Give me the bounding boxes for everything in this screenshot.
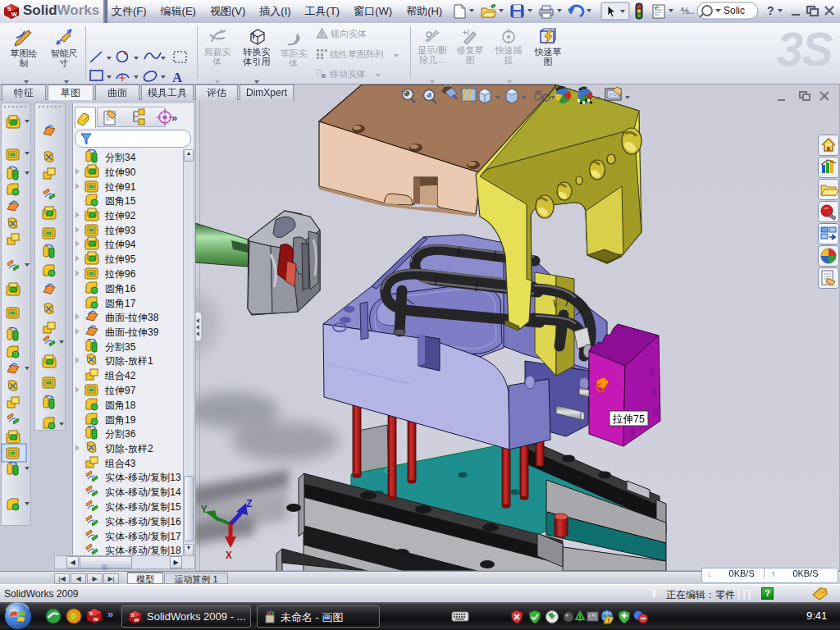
svg-text:?: ?	[767, 4, 774, 17]
svg-text:Z: Z	[246, 498, 253, 510]
svg-text:!: !	[607, 617, 609, 624]
svg-text:+/: +/	[463, 29, 469, 37]
svg-text:Y: Y	[201, 504, 208, 516]
svg-text:X: X	[226, 550, 232, 562]
svg-text:W: W	[11, 11, 17, 17]
svg-text:S: S	[89, 611, 93, 616]
svg-text:S: S	[130, 613, 134, 618]
svg-text:W: W	[94, 617, 98, 622]
svg-text:»: »	[107, 608, 113, 620]
svg-text:拉伸75: 拉伸75	[612, 413, 645, 425]
svg-text:S: S	[7, 6, 11, 11]
svg-text:W: W	[135, 618, 139, 623]
svg-text:⅍..: ⅍..	[680, 6, 694, 16]
svg-text:!: !	[320, 30, 322, 39]
svg-text:A: A	[172, 70, 183, 85]
svg-text:Solic: Solic	[724, 5, 745, 16]
